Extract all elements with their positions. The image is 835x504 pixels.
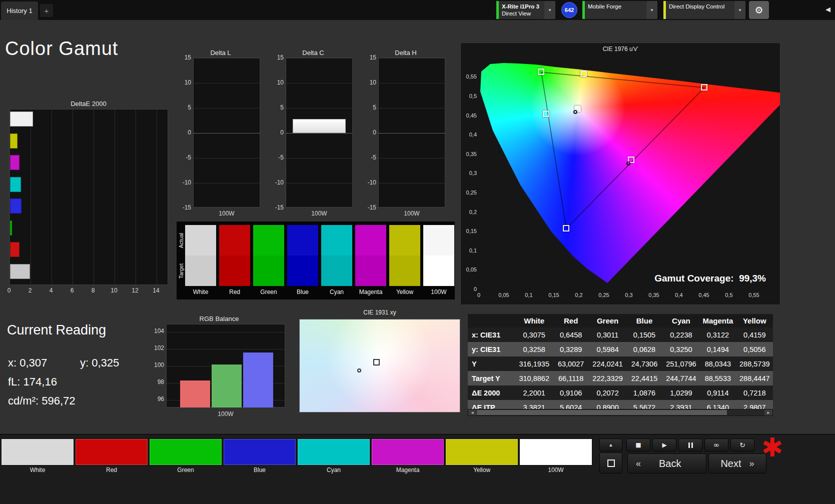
pattern-button-white[interactable]: White (1, 438, 74, 474)
plus-icon: + (45, 6, 49, 15)
table-cell: 5,6024 (552, 400, 589, 409)
target-swatch (219, 256, 250, 286)
table-header: Green (589, 314, 626, 328)
table-header: Blue (626, 314, 662, 328)
table-cell: 6,1340 (699, 400, 736, 409)
pattern-swatch (1, 438, 74, 466)
table-cell: 222,3329 (589, 371, 626, 386)
row-label: ΔE 2000 (468, 386, 516, 400)
table-cell: 24,7306 (626, 356, 662, 371)
actual-swatch (219, 225, 250, 256)
table-cell: 1,0876 (626, 386, 662, 400)
actual-swatch (389, 225, 420, 256)
table-cell: 0,3075 (516, 328, 552, 342)
actual-swatch (321, 225, 352, 256)
pattern-button-green[interactable]: Green (149, 438, 222, 474)
play-button[interactable]: ▶ (652, 438, 676, 452)
compare-column-green: Green (253, 225, 284, 296)
table-header (468, 314, 516, 328)
pattern-button-blue[interactable]: Blue (223, 438, 296, 474)
table-cell: 0,9106 (552, 386, 589, 400)
actual-row-label: Actual (178, 226, 185, 256)
target-marker-white (373, 359, 380, 366)
rgb-bar-red (180, 380, 210, 408)
table-cell: 251,0796 (663, 356, 699, 371)
target-swatch (253, 256, 284, 286)
refresh-icon: ↻ (739, 441, 745, 449)
pattern-button-magenta[interactable]: Magenta (371, 438, 444, 474)
table-scrollbar[interactable]: ◄ ► (468, 409, 773, 416)
scrollbar-thumb[interactable] (477, 410, 727, 415)
pattern-button-cyan[interactable]: Cyan (297, 438, 370, 474)
table-header: Cyan (663, 314, 699, 328)
zero-line (194, 133, 260, 134)
settings-button[interactable]: ⚙ (749, 1, 769, 19)
loop-button[interactable]: ∞ (704, 438, 728, 452)
row-label: Y (468, 356, 516, 371)
current-reading-title: Current Reading (7, 322, 157, 338)
target-swatch (287, 256, 318, 286)
target-swatch (389, 256, 420, 286)
results-table: White Red Green Blue Cyan Magenta Yellow… (468, 314, 773, 409)
rgb-bar-blue (243, 352, 273, 408)
meter-dropdown[interactable]: X-Rite i1Pro 3 Direct View ▼ (496, 1, 555, 19)
deltae-bar-magenta (10, 155, 20, 170)
reading-y: y: 0,325 (80, 356, 119, 370)
double-right-chevron-icon: » (749, 458, 754, 469)
chart-title: Delta C (273, 49, 354, 56)
page-title: Color Gamut (5, 38, 118, 60)
pattern-swatch (519, 438, 592, 466)
table-cell: 310,8862 (516, 371, 552, 386)
table-cell: 0,3122 (699, 328, 736, 342)
delta-l-panel: Delta L 151050-5-10-15 100W (180, 49, 261, 219)
back-button[interactable]: « Back (627, 454, 706, 474)
table-cell: 0,9114 (699, 386, 736, 400)
deltae2000-plot (9, 109, 168, 285)
source-name: Mobile Forge (588, 3, 643, 10)
table-header: Red (552, 314, 589, 328)
cie1931-plot (299, 319, 460, 412)
target-swatch (355, 256, 386, 286)
bottom-bar: White Red Green Blue Cyan Magenta Yellow (0, 434, 835, 504)
display-control-name: Direct Display Control (669, 3, 731, 10)
delta-c-bar (293, 119, 346, 133)
pattern-up-button[interactable]: ▲ (599, 438, 622, 452)
target-swatch (185, 256, 216, 286)
history-tab-label: History 1 (7, 7, 32, 14)
scroll-left-button[interactable]: ◄ (468, 410, 476, 416)
table-cell: 2,9807 (736, 400, 773, 409)
refresh-button[interactable]: ↻ (730, 438, 754, 452)
delta-h-panel: Delta H 151050-5-10-15 100W (365, 49, 446, 219)
actual-swatch (423, 225, 454, 256)
deltae-bar-green (10, 220, 12, 236)
row-label: Target Y (468, 371, 516, 386)
pause-button[interactable] (678, 438, 702, 452)
alert-asterisk-icon: ✱ (761, 434, 783, 460)
scroll-right-button[interactable]: ► (764, 410, 772, 416)
table-cell: 0,5056 (736, 342, 773, 356)
blank-pattern-button[interactable] (599, 452, 622, 474)
stop-button[interactable]: ■ (626, 438, 650, 452)
pattern-button-100w[interactable]: 100W (519, 438, 592, 474)
collapse-panel-button[interactable]: ◀ (825, 6, 830, 13)
pattern-button-yellow[interactable]: Yellow (445, 438, 518, 474)
pattern-source-dropdown[interactable]: Mobile Forge ▼ (582, 1, 657, 19)
rgb-bar-green (212, 364, 242, 408)
row-label: x: CIE31 (468, 328, 516, 342)
target-swatch (321, 256, 352, 286)
cie1931-panel: CIE 1931 xy (299, 309, 460, 415)
delta-l-plot (193, 58, 260, 208)
add-tab-button[interactable]: + (40, 4, 53, 17)
next-button[interactable]: Next » (708, 454, 766, 474)
table-cell: 0,0628 (626, 342, 662, 356)
chart-title: Delta H (365, 49, 446, 56)
pattern-button-red[interactable]: Red (75, 438, 148, 474)
history-tab[interactable]: History 1 (1, 2, 38, 20)
actual-swatch (355, 225, 386, 256)
display-control-dropdown[interactable]: Direct Display Control ▼ (663, 1, 745, 19)
meter-count-badge: 642 (561, 2, 577, 18)
infinity-icon: ∞ (713, 440, 720, 450)
chart-title: CIE 1976 u'v' (461, 46, 780, 52)
compare-column-white: White (185, 225, 216, 296)
pattern-swatch (297, 438, 370, 466)
